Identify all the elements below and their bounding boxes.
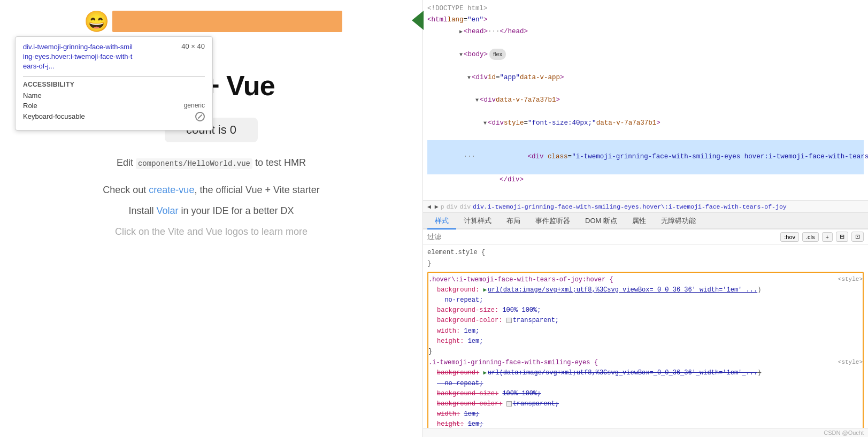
filter-bar: :hov .cls + ⊟ ⊡ — [423, 229, 868, 244]
create-vue-link[interactable]: create-vue — [149, 185, 194, 195]
smiling-prop-no-repeat: no-repeat; — [437, 379, 863, 389]
filter-input[interactable] — [427, 233, 776, 241]
role-value: generic — [184, 102, 205, 109]
filter-minus-button[interactable]: ⊟ — [836, 232, 848, 242]
accessibility-section-title: ACCESSIBILITY — [23, 81, 205, 88]
filter-cls-button[interactable]: .cls — [802, 232, 819, 242]
hover-prop-width: width: 1em; — [437, 326, 863, 336]
highlighted-css-rules: .hover\:i-twemoji-face-with-tears-of-joy… — [427, 272, 864, 428]
tab-accessibility[interactable]: 无障碍功能 — [654, 213, 703, 229]
inspector-size: 40 × 40 — [181, 42, 205, 50]
inspector-popup: div.i-twemoji-grinning-face-with-smil in… — [15, 36, 213, 131]
breadcrumb-sep3: div — [459, 203, 471, 210]
element-style-rule: element.style { } — [427, 248, 864, 269]
breadcrumb-sep2: div — [447, 203, 458, 210]
tab-styles[interactable]: 样式 — [427, 213, 456, 229]
hover-prop-height: height: 1em; — [437, 336, 863, 347]
hover-rule-selector: .hover\:i-twemoji-face-with-tears-of-joy… — [428, 275, 863, 285]
breadcrumb: ◀ ▶ p div div div.i-twemoji-grinning-fac… — [423, 201, 868, 213]
tab-layout[interactable]: 布局 — [499, 213, 528, 229]
click-hint-text: Click on the Vite and Vue logos to learn… — [115, 226, 308, 237]
install-text: Install Volar in your IDE for a better D… — [128, 205, 294, 217]
inspector-selector: div.i-twemoji-grinning-face-with-smil in… — [23, 42, 205, 72]
tab-properties[interactable]: 属性 — [625, 213, 654, 229]
element-style-open: element.style { — [427, 248, 864, 258]
green-triangle-icon — [412, 11, 424, 30]
html-line-div-close: </div> — [427, 174, 864, 197]
filter-expand-button[interactable]: ⊡ — [851, 232, 864, 242]
html-line-selected[interactable]: ··· <div class="i-twemoji-grinning-face-… — [427, 140, 864, 174]
html-tree: <!DOCTYPE html> <html lang="en"> ▶ <head… — [423, 0, 868, 201]
hover-prop-bg-color: background-color: transparent; — [437, 316, 863, 326]
no-entry-icon — [195, 112, 205, 121]
smiling-eyes-selector: .i-twemoji-grinning-face-with-smiling-ey… — [428, 358, 863, 368]
smiling-eyes-rule: .i-twemoji-grinning-face-with-smiling-ey… — [428, 358, 863, 428]
smiling-prop-height: height: 1em; — [437, 419, 863, 428]
hover-rule: .hover\:i-twemoji-face-with-tears-of-joy… — [428, 275, 863, 357]
inspector-keyboard-row: Keyboard-focusable — [23, 112, 205, 121]
html-line-div-vue[interactable]: ▼ <div data-v-7a7a37b1> — [427, 95, 864, 118]
edit-text: Edit components/HelloWorld.vue to test H… — [117, 157, 306, 168]
hover-prop-no-repeat: no-repeat; — [437, 295, 863, 305]
inspector-name-row: Name — [23, 91, 205, 99]
filter-add-button[interactable]: + — [822, 232, 833, 242]
emoji-icon[interactable]: 😄 — [80, 5, 112, 37]
orange-bar — [112, 11, 342, 32]
filter-actions: :hov .cls + ⊟ ⊡ — [780, 232, 864, 242]
tabs-bar: 样式 计算样式 布局 事件监听器 DOM 断点 属性 无障碍功能 — [423, 213, 868, 229]
edit-code: components/HelloWorld.vue — [136, 158, 252, 169]
smiling-prop-bg-size: background-size: 100% 100%; — [437, 389, 863, 399]
html-line-head[interactable]: ▶ <head> ··· </head> — [427, 26, 864, 49]
html-line-div-app[interactable]: ▼ <div id="app" data-v-app> — [427, 72, 864, 95]
check-text: Check out create-vue, the official Vue +… — [103, 185, 319, 196]
breadcrumb-nav[interactable]: ◀ ▶ — [427, 203, 439, 210]
breadcrumb-item-div[interactable]: div.i-twemoji-grinning-face-with-smiling… — [473, 203, 787, 210]
tab-dom-breakpoints[interactable]: DOM 断点 — [578, 213, 625, 229]
html-line-doctype: <!DOCTYPE html> — [427, 3, 864, 14]
top-bar: 😄 — [80, 5, 342, 37]
css-panel: element.style { } .hover\:i-twemoji-face… — [423, 244, 868, 428]
html-line-body[interactable]: ▼ <body> flex — [427, 49, 864, 72]
html-line-div-style[interactable]: ▼ <div style="font-size:40px;" data-v-7a… — [427, 118, 864, 141]
tab-events[interactable]: 事件监听器 — [528, 213, 578, 229]
html-line-html: <html lang="en"> — [427, 14, 864, 26]
devtools-panel: <!DOCTYPE html> <html lang="en"> ▶ <head… — [423, 0, 868, 437]
filter-hov-button[interactable]: :hov — [780, 232, 799, 242]
smiling-prop-background: background: ▶url(data:image/svg+xml;utf8… — [437, 368, 863, 378]
watermark: CSDN @Oucht — [423, 428, 868, 437]
hover-prop-background: background: ▶url(data:image/svg+xml;utf8… — [437, 285, 863, 295]
role-label: Role — [23, 102, 37, 110]
keyboard-label: Keyboard-focusable — [23, 112, 85, 120]
tab-computed[interactable]: 计算样式 — [456, 213, 499, 229]
breadcrumb-sep1: p — [441, 203, 444, 210]
smiling-prop-bg-color: background-color: transparent; — [437, 399, 863, 409]
hover-prop-bg-size: background-size: 100% 100%; — [437, 305, 863, 316]
hover-rule-close: } — [428, 347, 863, 357]
smiling-prop-width: width: 1em; — [437, 409, 863, 419]
left-panel: 😄 div.i-twemoji-grinning-face-with-smil … — [0, 0, 423, 437]
element-style-close: } — [427, 259, 864, 269]
inspector-role-row: Role generic — [23, 102, 205, 110]
name-label: Name — [23, 91, 42, 99]
volar-link[interactable]: Volar — [156, 205, 178, 216]
